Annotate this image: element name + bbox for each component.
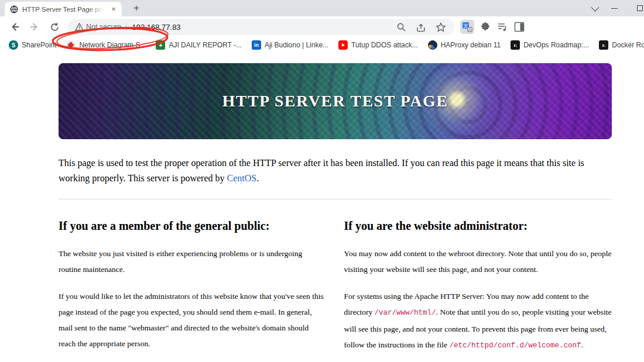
forward-button[interactable] [27, 19, 42, 35]
haproxy-icon [428, 40, 437, 50]
share-icon[interactable] [416, 22, 426, 32]
public-paragraph-1: The website you just visited is either e… [59, 246, 327, 277]
welcome-conf-path-code: /etc/httpd/conf.d/welcome.conf [449, 342, 581, 350]
admin-paragraph-1: You may now add content to the webroot d… [344, 246, 612, 277]
bookmark-network-diagram[interactable]: Network Diagram S... [63, 39, 150, 51]
bookmark-aji-daily-report[interactable]: + AJI DAILY REPORT -... [153, 39, 246, 51]
minimize-button[interactable] [604, 0, 624, 16]
public-heading: If you are a member of the general publi… [59, 219, 327, 233]
bookmark-devops-roadmap[interactable]: r. DevOps Roadmap:... [508, 39, 594, 51]
new-tab-button[interactable]: + [130, 2, 143, 15]
maximize-button[interactable] [624, 0, 644, 16]
omnibox-divider [126, 23, 126, 31]
url-text: 192.168.77.83 [132, 23, 180, 32]
tab-close-icon[interactable]: × [109, 5, 118, 14]
translate-extension-button[interactable]: 文 A [460, 20, 474, 34]
public-paragraph-2: If you would like to let the administrat… [59, 288, 327, 351]
globe-favicon-icon [10, 5, 18, 13]
browser-window: HTTP Server Test Page powered × + Not se… [0, 0, 644, 362]
webpage-content: HTTP SERVER TEST PAGE This page is used … [0, 63, 644, 362]
sheets-icon: + [156, 40, 165, 50]
back-button[interactable] [7, 19, 22, 35]
media-playlist-icon[interactable] [497, 22, 508, 32]
titlebar: HTTP Server Test Page powered × + [0, 0, 644, 16]
bookmark-linkedin[interactable]: in Aji Budiono | Linke... [249, 39, 333, 51]
tab-search-chevron-icon[interactable] [584, 0, 604, 16]
administrator-column: If you are the website administrator: Yo… [344, 199, 612, 362]
roadmap-icon: r. [511, 40, 520, 50]
admin-heading: If you are the website administrator: [344, 219, 612, 233]
page-title: HTTP SERVER TEST PAGE [222, 92, 448, 111]
security-label: Not secure [86, 23, 121, 31]
extension-area: 文 A [460, 20, 525, 34]
svg-text:A: A [468, 27, 471, 32]
lead-paragraph: This page is used to test the proper ope… [59, 156, 612, 186]
bookmark-youtube-ddos[interactable]: Tutup DDOS attack... [335, 39, 423, 51]
sharepoint-icon: S [9, 40, 18, 50]
linkedin-icon: in [252, 40, 261, 50]
centos-link[interactable]: CentOS [227, 173, 257, 183]
browser-tab[interactable]: HTTP Server Test Page powered × [5, 2, 122, 16]
browser-toolbar: Not secure 192.168.77.83 文 A [0, 16, 644, 37]
svg-text:文: 文 [464, 23, 468, 29]
youtube-icon [338, 40, 348, 50]
diagram-icon [66, 40, 76, 50]
not-secure-warning-icon [75, 23, 84, 31]
address-bar[interactable]: Not secure 192.168.77.83 [68, 19, 454, 35]
admin-paragraph-2: For systems using the Apache HTTP Server… [344, 288, 612, 354]
bookmark-star-icon[interactable] [436, 22, 446, 32]
search-icon[interactable] [396, 22, 406, 32]
bookmark-sharepoint[interactable]: S SharePoint [6, 39, 61, 51]
webroot-path-code: /var/www/html/ [375, 309, 436, 317]
roadmap-icon: r. [599, 40, 608, 50]
bookmark-docker-roadmap[interactable]: r. Docker Roadmap -... [596, 39, 644, 51]
extensions-puzzle-icon[interactable] [480, 22, 491, 33]
general-public-column: If you are a member of the general publi… [59, 199, 327, 362]
side-panel-icon[interactable] [514, 22, 525, 32]
reload-button[interactable] [47, 19, 62, 35]
test-page-banner: HTTP SERVER TEST PAGE [59, 63, 612, 139]
bookmarks-bar: S SharePoint Network Diagram S... + AJI … [0, 37, 644, 53]
window-controls [584, 0, 644, 16]
tab-title: HTTP Server Test Page powered [22, 6, 104, 13]
bookmark-haproxy[interactable]: HAProxy debian 11 [425, 39, 506, 51]
